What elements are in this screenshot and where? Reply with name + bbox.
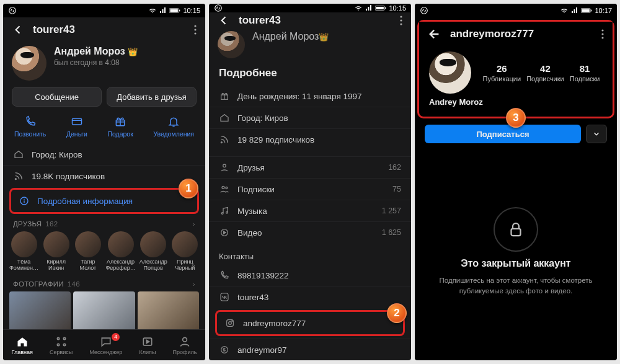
- kebab-icon[interactable]: [194, 25, 197, 35]
- notify-action[interactable]: Уведомления: [153, 115, 194, 138]
- subscribers-row[interactable]: 19 829 подписчиков: [209, 128, 411, 150]
- nav-services[interactable]: Сервисы: [50, 335, 73, 355]
- money-action[interactable]: Деньги: [66, 115, 87, 138]
- kebab-icon[interactable]: [601, 29, 604, 39]
- subscribe-button[interactable]: Подписаться: [425, 125, 581, 143]
- avatar[interactable]: [12, 46, 46, 81]
- add-friend-button[interactable]: Добавить в друзья: [107, 87, 197, 107]
- phone-instagram-profile: 10:17 andreymoroz777 26Публикации 42Подп…: [415, 4, 617, 360]
- status-bar: 10:15: [209, 4, 411, 12]
- friend-item[interactable]: Кирилл Ивкин: [42, 231, 70, 272]
- photos-section-label[interactable]: ФОТОГРАФИИ146 ›: [3, 275, 205, 291]
- city-row[interactable]: Город: Киров: [209, 107, 411, 128]
- svg-point-4: [194, 25, 196, 27]
- svg-point-9: [15, 179, 16, 180]
- stat-followers[interactable]: 42Подписчики: [526, 63, 564, 82]
- friend-item[interactable]: Александр Ферефер…: [106, 231, 136, 272]
- avatar: [218, 31, 245, 58]
- svg-point-29: [222, 186, 224, 189]
- svg-point-5: [194, 29, 196, 30]
- people-icon: [219, 184, 230, 194]
- nav-home[interactable]: Главная: [12, 335, 33, 355]
- svg-point-25: [400, 23, 402, 25]
- contact-vk[interactable]: tourer43: [209, 286, 411, 308]
- crown-icon: 👑: [319, 32, 329, 42]
- stat-following[interactable]: 81Подписки: [570, 63, 600, 82]
- callout-2-highlight: andreymoroz777 2: [215, 310, 405, 336]
- friend-item[interactable]: Тагир Молот: [74, 231, 102, 272]
- svg-point-6: [194, 32, 196, 34]
- svg-point-36: [229, 322, 232, 325]
- profile-name: Андрей Мороз👑: [252, 31, 329, 42]
- private-title: Это закрытый аккаунт: [461, 258, 570, 269]
- callout-2: 2: [387, 303, 407, 323]
- lock-icon: [494, 207, 538, 252]
- contact-instagram[interactable]: andreymoroz777: [219, 314, 399, 332]
- status-time: 10:15: [389, 4, 406, 12]
- avatar[interactable]: [429, 51, 471, 94]
- stat-posts[interactable]: 26Публикации: [483, 63, 521, 82]
- nav-clips[interactable]: Клипы: [139, 335, 156, 355]
- svg-point-45: [601, 37, 603, 38]
- detailed-info-link[interactable]: Подробная информация: [14, 192, 193, 210]
- gift-action[interactable]: Подарок: [107, 115, 133, 138]
- last-seen: был сегодня в 4:08: [54, 58, 138, 67]
- wifi-icon: [354, 4, 363, 12]
- person-icon: [219, 162, 230, 172]
- callout-3: 3: [506, 108, 526, 128]
- friends-section-label[interactable]: ДРУЗЬЯ162 ›: [3, 215, 205, 231]
- contact-phone[interactable]: 89819139222: [209, 265, 411, 286]
- phone-vk-profile: 10:15 tourer43 Андрей Мороз👑 был сегодня…: [3, 4, 205, 360]
- profile-header: 26Публикации 42Подписчики 81Подписки: [419, 47, 613, 97]
- svg-point-15: [57, 344, 59, 345]
- profile-header: Андрей Мороз👑 был сегодня в 4:08: [3, 42, 205, 87]
- callout-1: 1: [179, 179, 198, 198]
- friends-carousel[interactable]: Тёма Фоминен… Кирилл Ивкин Тагир Молот А…: [3, 231, 205, 275]
- profile-name: Андрей Мороз👑: [54, 46, 138, 57]
- city-row[interactable]: Город: Киров: [3, 144, 205, 165]
- details-title: Подробнее: [209, 63, 411, 86]
- status-time: 10:15: [183, 7, 200, 14]
- contact-skype[interactable]: andreymor97: [209, 339, 411, 360]
- svg-point-14: [63, 337, 65, 339]
- svg-point-0: [9, 7, 16, 14]
- friends-row[interactable]: Друзья162: [209, 156, 411, 178]
- friend-item[interactable]: Александр Попцов: [140, 231, 167, 272]
- birthday-row[interactable]: День рождения: 11 января 1997: [209, 86, 411, 107]
- call-action[interactable]: Позвонить: [14, 115, 46, 138]
- svg-point-24: [400, 19, 402, 21]
- music-row[interactable]: Музыка1 257: [209, 200, 411, 221]
- subscribers-row[interactable]: 19.8K подписчиков: [3, 165, 205, 187]
- private-account-notice: Это закрытый аккаунт Подпишитесь на этот…: [415, 143, 617, 360]
- nav-profile[interactable]: Профиль: [173, 335, 197, 355]
- svg-rect-7: [72, 118, 81, 125]
- svg-point-18: [183, 337, 187, 342]
- nav-messenger[interactable]: Мессенджер4: [89, 335, 122, 355]
- message-button[interactable]: Сообщение: [12, 87, 102, 107]
- signal-icon: [365, 4, 373, 12]
- video-row[interactable]: Видео1 625: [209, 221, 411, 243]
- suggestions-button[interactable]: [586, 125, 607, 143]
- back-icon[interactable]: [218, 14, 230, 27]
- wifi-icon: [148, 7, 157, 14]
- skype-icon: [219, 345, 230, 355]
- vk-icon: [219, 292, 230, 302]
- music-icon: [219, 206, 230, 216]
- shazam-icon: [420, 6, 428, 15]
- friend-item[interactable]: Принц Черный: [171, 231, 199, 272]
- appbar-username: andreymoroz777: [450, 28, 593, 40]
- nav-badge: 4: [112, 333, 120, 341]
- back-icon[interactable]: [428, 27, 441, 41]
- signal-icon: [159, 7, 167, 14]
- svg-point-27: [221, 142, 222, 143]
- svg-point-28: [223, 164, 226, 167]
- kebab-icon[interactable]: [400, 16, 402, 25]
- following-row[interactable]: Подписки75: [209, 178, 411, 200]
- back-icon[interactable]: [12, 24, 24, 36]
- battery-icon: [581, 7, 592, 14]
- svg-point-19: [215, 5, 222, 12]
- callout-3-highlight: andreymoroz777 26Публикации 42Подписчики…: [417, 20, 614, 118]
- svg-point-44: [601, 33, 603, 35]
- friend-item[interactable]: Тёма Фоминен…: [9, 231, 38, 272]
- crown-icon: 👑: [128, 47, 138, 56]
